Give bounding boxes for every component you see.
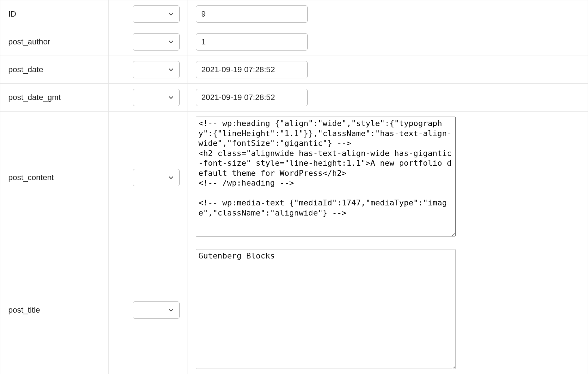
field-label-post-date-gmt: post_date_gmt — [0, 84, 109, 112]
chevron-down-icon — [167, 174, 175, 182]
field-label-post-title: post_title — [0, 244, 109, 374]
chevron-down-icon — [167, 38, 175, 46]
func-select-post-title[interactable] — [133, 301, 180, 319]
db-row-editor-table: ID post_author post_date — [0, 0, 588, 374]
row-post-date: post_date — [0, 56, 588, 84]
value-input-id[interactable] — [196, 5, 308, 23]
row-post-content: post_content — [0, 112, 588, 244]
func-select-post-date[interactable] — [133, 61, 180, 78]
func-select-post-date-gmt[interactable] — [133, 89, 180, 106]
func-select-post-author[interactable] — [133, 33, 180, 51]
chevron-down-icon — [167, 306, 175, 314]
field-label-id: ID — [0, 0, 109, 28]
field-label-post-date: post_date — [0, 56, 109, 84]
row-id: ID — [0, 0, 588, 28]
field-label-post-author: post_author — [0, 28, 109, 56]
value-textarea-post-content[interactable] — [196, 117, 456, 236]
chevron-down-icon — [167, 10, 175, 18]
chevron-down-icon — [167, 66, 175, 74]
row-post-author: post_author — [0, 28, 588, 56]
value-input-post-author[interactable] — [196, 33, 308, 51]
chevron-down-icon — [167, 94, 175, 101]
func-select-id[interactable] — [133, 5, 180, 23]
row-post-date-gmt: post_date_gmt — [0, 84, 588, 112]
value-textarea-post-title[interactable] — [196, 249, 456, 369]
value-input-post-date-gmt[interactable] — [196, 89, 308, 106]
field-label-post-content: post_content — [0, 112, 109, 244]
row-post-title: post_title — [0, 244, 588, 374]
func-select-post-content[interactable] — [133, 169, 180, 186]
value-input-post-date[interactable] — [196, 61, 308, 78]
